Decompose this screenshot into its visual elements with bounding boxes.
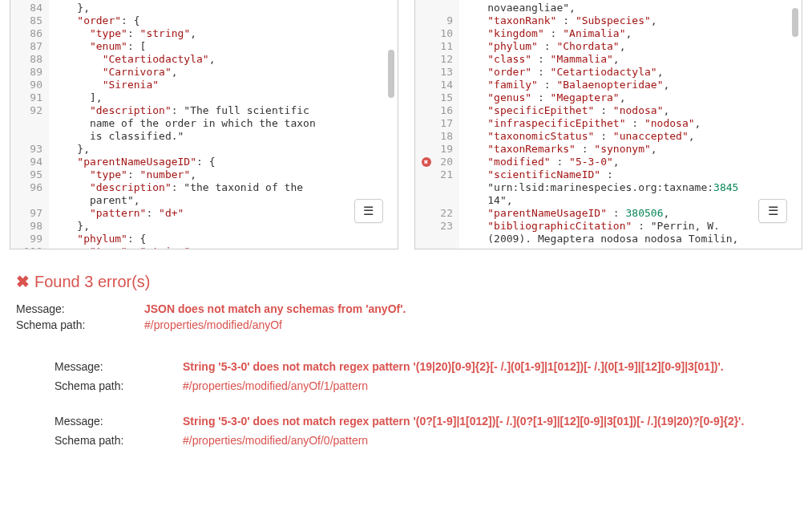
label-message: Message:: [16, 302, 144, 315]
code-right[interactable]: novaeangliae", "taxonRank" : "Subspecies…: [459, 0, 802, 249]
scrollbar-left[interactable]: [386, 3, 396, 245]
errors-title: Found 3 error(s): [34, 273, 151, 290]
primary-error-message: JSON does not match any schemas from 'an…: [144, 302, 796, 315]
scrollbar-right[interactable]: [790, 3, 800, 245]
error-x-icon: ✖: [16, 273, 30, 290]
line-gutter-left: 84 85 86 87 88 89 90 91 92 93 94 95 96 9…: [10, 0, 49, 249]
list-icon: ☰: [768, 204, 778, 218]
line-gutter-right: 9 10 11 12 13 14 15 16 17 18 19 20 21 22…: [415, 0, 459, 249]
format-button-left[interactable]: ☰: [354, 199, 383, 223]
validation-results: ✖Found 3 error(s) Message: JSON does not…: [10, 249, 802, 447]
validator-view: 84 85 86 87 88 89 90 91 92 93 94 95 96 9…: [0, 0, 812, 531]
label-schema-path: Schema path:: [55, 379, 183, 392]
code-left[interactable]: }, "order": { "type": "string", "enum": …: [49, 0, 398, 249]
scroll-thumb-right[interactable]: [792, 8, 798, 37]
sub-error-0-path: #/properties/modified/anyOf/1/pattern: [183, 379, 796, 392]
label-schema-path: Schema path:: [55, 434, 183, 447]
label-message: Message:: [55, 360, 183, 373]
scroll-thumb-left[interactable]: [388, 50, 394, 98]
label-message: Message:: [55, 415, 183, 428]
sub-error-0-message: String '5-3-0' does not match regex patt…: [183, 360, 796, 373]
list-icon: ☰: [363, 204, 374, 218]
sub-error-1-message: String '5-3-0' does not match regex patt…: [183, 415, 796, 428]
sub-error-1-path: #/properties/modified/anyOf/0/pattern: [183, 434, 796, 447]
data-editor[interactable]: 9 10 11 12 13 14 15 16 17 18 19 20 21 22…: [414, 0, 803, 249]
label-schema-path: Schema path:: [16, 318, 144, 331]
errors-header: ✖Found 3 error(s): [16, 272, 796, 291]
editor-panes: 84 85 86 87 88 89 90 91 92 93 94 95 96 9…: [10, 0, 802, 249]
format-button-right[interactable]: ☰: [758, 199, 787, 223]
primary-error-path: #/properties/modified/anyOf: [144, 318, 796, 331]
schema-editor[interactable]: 84 85 86 87 88 89 90 91 92 93 94 95 96 9…: [10, 0, 398, 249]
